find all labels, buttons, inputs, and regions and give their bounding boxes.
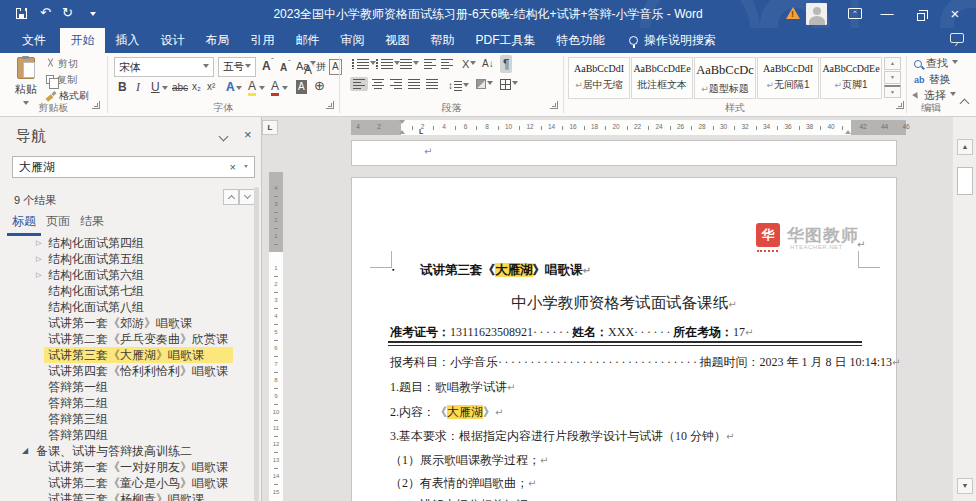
ribbon-tab-PDF工具集[interactable]: PDF工具集 [465,28,546,53]
tab-selector-icon[interactable]: L [262,120,278,135]
numbered-list-icon[interactable] [376,59,400,69]
navigation-search-input[interactable]: 大雁湖 × [12,156,255,178]
ribbon-tab-引用[interactable]: 引用 [240,28,285,53]
restore-button[interactable] [904,0,938,28]
find-button[interactable]: 查找 [914,56,958,71]
previous-result-button[interactable] [223,189,239,205]
nav-heading-item[interactable]: 结构化面试第七组 [0,283,253,299]
shading-icon[interactable] [476,79,493,89]
superscript-icon[interactable]: x² [207,80,215,94]
nav-tab-页面[interactable]: 页面 [46,213,70,230]
ribbon-tab-文件[interactable]: 文件 [8,28,60,53]
ribbon-tab-设计[interactable]: 设计 [150,28,195,53]
nav-heading-item[interactable]: ◢备课、试讲与答辩拔高训练二 [0,443,253,459]
style-card-题型标题[interactable]: AaBbCcDc↵题型标题 [694,57,756,99]
save-icon[interactable] [16,8,27,19]
font-name-select[interactable]: 宋体 [114,57,214,77]
expand-triangle-icon[interactable]: ◢ [22,443,28,459]
align-right-icon[interactable] [390,79,402,89]
sort-icon[interactable]: A↓ [482,57,494,71]
nav-heading-item[interactable]: 答辩第三组 [0,411,253,427]
nav-heading-item[interactable]: 答辩第二组 [0,395,253,411]
qat-customize-icon[interactable] [90,12,96,19]
nav-heading-item[interactable]: 试讲第四套《恰利利恰利》唱歌课 [0,363,253,379]
ribbon-tab-帮助[interactable]: 帮助 [420,28,465,53]
navigation-options-chevron-icon[interactable] [219,132,229,142]
align-center-icon[interactable] [372,79,384,89]
enclose-characters-icon[interactable]: ⊕ [314,79,325,93]
style-card-无间隔1[interactable]: AaBbCcDdI↵无间隔1 [757,57,819,99]
font-color-icon[interactable]: A [271,79,279,96]
collapse-triangle-icon[interactable]: ▷ [36,267,41,283]
justify-icon[interactable] [408,79,420,89]
nav-heading-item[interactable]: ▷结构化面试第六组 [0,267,253,283]
clear-formatting-icon[interactable]: A [304,59,315,77]
line-spacing-icon[interactable]: ↕ [448,79,469,93]
tell-me-search[interactable]: 操作说明搜索 [629,28,716,53]
italic-icon[interactable]: I [136,80,140,94]
borders-icon[interactable] [500,79,518,90]
collapse-triangle-icon[interactable]: ▷ [36,235,41,251]
ribbon-tab-审阅[interactable]: 审阅 [330,28,375,53]
show-formatting-marks-icon[interactable]: ¶ [500,55,512,73]
page-2[interactable]: 华 华图教师 HTEACHER.NET ↵ ▪ 试讲第三套《大雁湖》唱歌课↵中小… [351,177,897,501]
styles-scroll-down-icon[interactable]: ▼ [884,71,901,84]
nav-heading-item[interactable]: 结构化面试第八组 [0,299,253,315]
paragraph-dialog-launcher-icon[interactable] [550,101,558,109]
decrease-indent-icon[interactable] [424,59,436,69]
redo-icon[interactable]: ↻ [62,6,73,20]
clipboard-dialog-launcher-icon[interactable] [92,101,100,109]
style-card-批注框文本[interactable]: AaBbCcDdEe批注框文本 [631,57,693,99]
ribbon-tab-特色功能[interactable]: 特色功能 [546,28,615,53]
cut-button[interactable]: 剪切 [46,57,78,70]
nav-heading-item[interactable]: 试讲第二套《童心是小鸟》唱歌课 [0,475,253,491]
increase-indent-icon[interactable] [441,59,453,69]
collapse-triangle-icon[interactable]: ▷ [36,251,41,267]
paste-button[interactable]: 粘贴 [8,57,44,103]
text-highlight-color-icon[interactable]: A [248,79,256,96]
vertical-ruler[interactable]: 4321123456789101112131415 [269,172,283,501]
underline-icon[interactable]: U [151,80,160,94]
close-button[interactable]: × [938,0,972,28]
character-shading-icon[interactable]: A [296,80,307,94]
asian-layout-icon[interactable]: X [462,57,476,71]
scrollbar-thumb[interactable] [957,167,973,195]
scroll-down-icon[interactable]: ▼ [957,478,973,494]
nav-heading-item[interactable]: 试讲第三套《大雁湖》唱歌课 [0,347,253,363]
nav-heading-item[interactable]: 试讲第二套《乒乓变奏曲》欣赏课 [0,331,253,347]
nav-heading-item[interactable]: ▷结构化面试第五组 [0,251,253,267]
scroll-up-icon[interactable]: ▲ [957,139,973,155]
font-size-select[interactable]: 五号 [218,57,256,77]
strikethrough-icon[interactable]: abc [172,81,188,95]
bold-icon[interactable]: B [118,80,127,94]
page-1-bottom[interactable]: ↵ [351,140,897,166]
account-avatar[interactable] [806,3,827,25]
subscript-icon[interactable]: x₂ [192,80,201,94]
style-card-居中无缩[interactable]: AaBbCcDdI↵居中无缩 [568,57,630,99]
copy-button[interactable]: 复制 [46,73,77,86]
styles-pane-icon[interactable]: ▼ [884,85,901,98]
collapse-ribbon-icon[interactable] [960,99,970,109]
ribbon-tab-布局[interactable]: 布局 [195,28,240,53]
nav-tab-标题[interactable]: 标题 [12,213,36,230]
style-card-页脚1[interactable]: AaBbCcDdEe↵页脚1 [820,57,882,99]
replace-button[interactable]: ab替换 [914,72,951,87]
text-effects-icon[interactable]: A [226,80,235,94]
distribute-icon[interactable] [426,79,438,89]
nav-heading-item[interactable]: 试讲第三套《杨柳青》唱歌课 [0,491,253,501]
search-options-icon[interactable] [244,165,248,170]
minimize-button[interactable]: — [870,0,904,28]
document-scrollbar[interactable]: ▲ ▼ [952,117,976,501]
undo-icon[interactable]: ↶ [40,6,51,20]
nav-heading-item[interactable]: 答辩第四组 [0,427,253,443]
styles-dialog-launcher-icon[interactable] [896,101,904,109]
grow-font-icon[interactable]: A [262,59,271,73]
nav-tab-结果[interactable]: 结果 [80,213,104,230]
font-dialog-launcher-icon[interactable] [326,101,334,109]
bullet-list-icon[interactable] [352,59,376,69]
ribbon-tab-插入[interactable]: 插入 [105,28,150,53]
navigation-scrollbar[interactable] [254,187,259,501]
align-left-icon[interactable] [350,77,368,91]
multilevel-list-icon[interactable] [400,59,419,69]
styles-scroll-up-icon[interactable]: ▲ [884,57,901,70]
